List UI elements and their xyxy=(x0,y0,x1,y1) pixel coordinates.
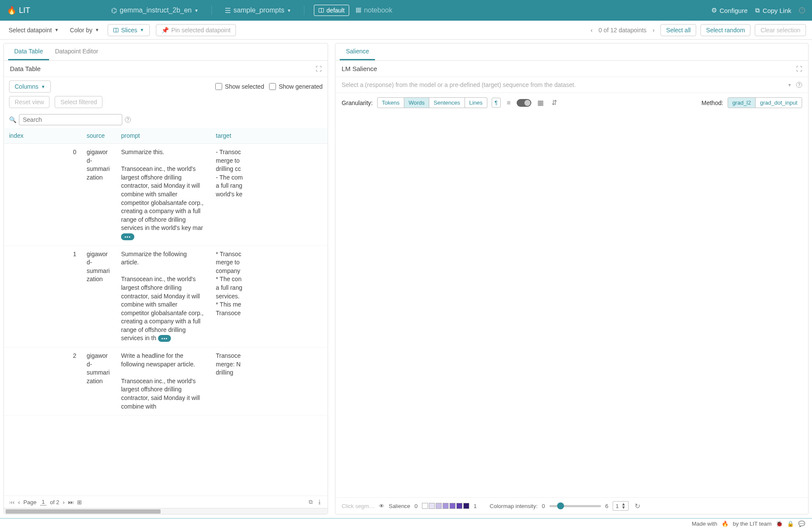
gran-lines[interactable]: Lines xyxy=(465,98,487,108)
eye-icon[interactable]: 👁 xyxy=(379,503,384,509)
cmap-max: 6 xyxy=(605,503,608,509)
pilcrow-button[interactable]: ¶ xyxy=(492,98,501,108)
slices-button[interactable]: Slices ▼ xyxy=(108,24,149,36)
expand-icon[interactable]: ⛶ xyxy=(796,65,802,72)
copy-icon[interactable]: ⧉ xyxy=(309,499,313,505)
reset-view-button[interactable]: Reset view xyxy=(9,96,50,108)
help-icon[interactable]: ? xyxy=(796,82,802,88)
cell-target: - Transoc merge to drilling cc - The com… xyxy=(211,144,328,246)
table-row[interactable]: 1gigaword-summarizationSummarize the fol… xyxy=(4,245,328,347)
tab-datapoint-editor[interactable]: Datapoint Editor xyxy=(49,43,104,60)
cmap-slider[interactable] xyxy=(549,505,601,507)
color-by-dropdown[interactable]: Color by ▼ xyxy=(67,25,102,35)
colormap-swatches xyxy=(422,503,469,509)
page-next-button[interactable]: › xyxy=(63,499,65,505)
table-wrap[interactable]: indexsourceprompttarget 0gigaword-summar… xyxy=(4,128,328,496)
more-pill[interactable]: ••• xyxy=(158,335,171,342)
left-panel: Data Table Datapoint Editor Data Table ⛶… xyxy=(3,43,328,515)
caret-down-icon: ▼ xyxy=(287,8,291,13)
select-random-button[interactable]: Select random xyxy=(700,24,750,36)
configure-label: Configure xyxy=(719,7,747,14)
cell-prompt: Summarize this. Transocean inc., the wor… xyxy=(116,144,211,246)
columns-button[interactable]: Columns ▼ xyxy=(9,81,51,93)
cmap-spinner[interactable]: 1 ▲▼ xyxy=(613,501,629,511)
salience-prompt-text: Select a (response) from the model or a … xyxy=(341,81,576,88)
reset-icon[interactable]: ↻ xyxy=(633,502,642,510)
table-row[interactable]: 2gigaword-summarizationWrite a headline … xyxy=(4,347,328,415)
pin-datapoint-button[interactable]: 📌 Pin selected datapoint xyxy=(156,24,236,36)
tab-salience[interactable]: Salience xyxy=(340,43,375,60)
col-prompt[interactable]: prompt xyxy=(116,128,211,144)
right-panel-title: LM Salience xyxy=(341,65,377,72)
dark-mode-toggle[interactable] xyxy=(517,99,531,107)
gran-tokens[interactable]: Tokens xyxy=(378,98,404,108)
layout-icon xyxy=(319,8,324,12)
density-icon[interactable]: ≡ xyxy=(505,99,512,107)
tab-data-table[interactable]: Data Table xyxy=(8,43,49,60)
page-of: of 2 xyxy=(50,499,59,505)
search-input[interactable] xyxy=(19,114,122,125)
clear-selection-button[interactable]: Clear selection xyxy=(755,24,806,36)
select-datapoint-label: Select datapoint xyxy=(9,27,52,34)
swatch xyxy=(422,503,428,509)
show-generated-checkbox[interactable]: Show generated xyxy=(269,83,322,90)
select-datapoint-dropdown[interactable]: Select datapoint ▼ xyxy=(6,25,61,35)
method-grad_l2[interactable]: grad_l2 xyxy=(728,98,756,108)
granularity-group: TokensWordsSentencesLines xyxy=(377,97,487,108)
page-last-button[interactable]: ⏭ xyxy=(68,499,74,505)
expand-icon[interactable]: ⛶ xyxy=(316,65,322,72)
page-current: 1 xyxy=(40,499,46,505)
col-index[interactable]: index xyxy=(4,128,81,144)
chip-icon: ⌬ xyxy=(111,6,117,15)
scale-min: 0 xyxy=(415,503,418,509)
separator xyxy=(211,6,212,15)
bug-icon[interactable]: 🐞 xyxy=(776,521,783,527)
next-datapoint-button[interactable]: › xyxy=(651,27,657,34)
gran-sentences[interactable]: Sentences xyxy=(429,98,465,108)
export-icon[interactable]: ⊞ xyxy=(77,499,82,505)
method-grad_dot_input[interactable]: grad_dot_input xyxy=(756,98,802,108)
spinner-arrows-icon[interactable]: ▲▼ xyxy=(621,502,626,509)
download-icon[interactable]: ⭳ xyxy=(317,499,322,505)
left-panel-title: Data Table xyxy=(10,65,40,72)
layout-default-button[interactable]: default xyxy=(314,5,349,16)
grid-view-icon[interactable]: ▦ xyxy=(536,99,545,107)
help-icon[interactable]: ? xyxy=(125,117,131,123)
brand: 🔥 LIT xyxy=(7,6,30,15)
caret-down-icon[interactable]: ▼ xyxy=(787,83,792,87)
feedback-icon[interactable]: 💬 xyxy=(798,521,805,527)
gran-words[interactable]: Words xyxy=(404,98,429,108)
col-target[interactable]: target xyxy=(211,128,328,144)
granularity-row: Granularity: TokensWordsSentencesLines ¶… xyxy=(335,93,808,112)
layout-notebook-button[interactable]: notebook xyxy=(353,5,396,16)
slider-thumb[interactable] xyxy=(557,502,564,509)
lock-icon[interactable]: 🔒 xyxy=(787,521,794,527)
show-generated-label: Show generated xyxy=(279,83,322,90)
select-all-button[interactable]: Select all xyxy=(660,24,696,36)
configure-button[interactable]: Configure xyxy=(711,6,747,14)
dataset-dropdown[interactable]: ☰ sample_prompts ▼ xyxy=(221,5,294,16)
caret-down-icon: ▼ xyxy=(194,8,198,13)
help-icon[interactable]: ? xyxy=(799,7,805,13)
select-random-label: Select random xyxy=(706,27,745,34)
table-row[interactable]: 0gigaword-summarizationSummarize this. T… xyxy=(4,144,328,246)
scrollbar-thumb[interactable] xyxy=(6,509,161,514)
horizontal-scrollbar[interactable] xyxy=(4,508,328,514)
brand-text: LIT xyxy=(19,6,30,15)
flame-icon: 🔥 xyxy=(722,521,728,527)
model-dropdown[interactable]: ⌬ gemma_instruct_2b_en ▼ xyxy=(108,5,202,16)
split-icon[interactable]: ⇵ xyxy=(550,99,559,107)
more-pill[interactable]: ••• xyxy=(121,233,134,240)
copy-link-button[interactable]: ⧉ Copy Link xyxy=(755,6,791,14)
col-source[interactable]: source xyxy=(81,128,116,144)
show-selected-checkbox[interactable]: Show selected xyxy=(215,83,264,90)
show-selected-input[interactable] xyxy=(215,83,222,90)
page-prev-button[interactable]: ‹ xyxy=(18,499,20,505)
select-filtered-button[interactable]: Select filtered xyxy=(55,96,102,108)
gear-icon xyxy=(711,6,717,14)
made-with-text: Made with xyxy=(692,521,717,527)
prev-datapoint-button[interactable]: ‹ xyxy=(589,27,595,34)
show-generated-input[interactable] xyxy=(269,83,276,90)
page-first-button[interactable]: ⏮ xyxy=(9,499,15,505)
separator xyxy=(304,6,304,15)
